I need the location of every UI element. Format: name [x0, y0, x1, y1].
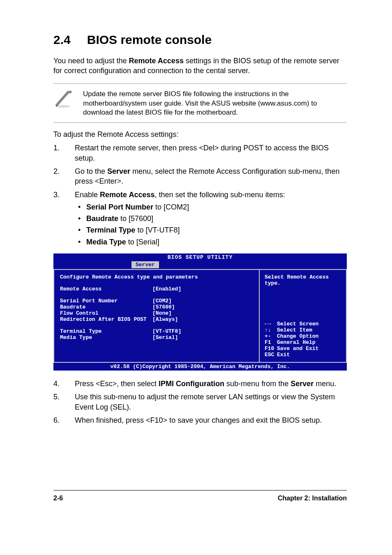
- intro-paragraph: You need to adjust the Remote Access set…: [53, 56, 347, 76]
- note-text: Update the remote server BIOS file follo…: [83, 89, 347, 118]
- bios-key-row: ←→Select Screen: [265, 321, 341, 327]
- t: General Help: [277, 339, 316, 345]
- bullet-item: Media Type to [Serial]: [75, 237, 347, 247]
- t: ESC: [265, 352, 277, 358]
- bios-row: Baudrate[57600]: [60, 304, 253, 310]
- note-callout: Update the remote server BIOS file follo…: [53, 83, 347, 123]
- note-icon: [53, 89, 73, 108]
- step-number: 1.: [53, 143, 75, 163]
- t: Remote Access: [100, 191, 154, 199]
- bios-left-pane: Configure Remote Access type and paramet…: [54, 270, 260, 362]
- t: Remote Access: [60, 286, 152, 292]
- bios-key-row: F10Save and Exit: [265, 345, 341, 352]
- bios-row: Remote Access[Enabled]: [60, 286, 253, 292]
- step-number: 2.: [53, 166, 75, 187]
- t: , then set the following sub-menu items:: [154, 191, 285, 199]
- bullet-item: Baudrate to [57600]: [75, 214, 347, 223]
- t: [57600]: [152, 304, 175, 310]
- bios-title: BIOS SETUP UTILITY: [53, 253, 347, 261]
- bios-right-pane: Select Remote Access type. ←→Select Scre…: [260, 270, 346, 362]
- bios-key-row: ↑↓Select Item: [265, 327, 341, 333]
- bios-heading: Configure Remote Access type and paramet…: [60, 274, 253, 280]
- step-item: 3. Enable Remote Access, then set the fo…: [53, 190, 347, 249]
- bios-row: Redirection After BIOS POST[Always]: [60, 316, 253, 322]
- t: IPMI Configuration: [159, 380, 224, 388]
- t: ←→: [265, 321, 277, 327]
- t: [Serial]: [152, 334, 178, 341]
- bios-group: Serial Port Number[COM2] Baudrate[57600]…: [60, 298, 253, 322]
- step-item: 2. Go to the Server menu, select the Rem…: [53, 166, 347, 187]
- bios-key-legend: ←→Select Screen ↑↓Select Item +-Change O…: [265, 321, 341, 358]
- t: Go to the: [75, 167, 107, 175]
- bios-group: Remote Access[Enabled]: [60, 286, 253, 292]
- t: Select Screen: [277, 321, 318, 327]
- bios-body: Configure Remote Access type and paramet…: [53, 269, 347, 363]
- bios-key-row: F1General Help: [265, 339, 341, 345]
- t: Terminal Type: [60, 328, 152, 334]
- step-body: Enable Remote Access, then set the follo…: [75, 190, 347, 249]
- t: sub-menu from the: [224, 380, 291, 388]
- t: Redirection After BIOS POST: [60, 316, 152, 322]
- bios-help: Select Remote Access type.: [265, 274, 341, 286]
- t: [None]: [152, 310, 172, 316]
- t: to [COM2]: [153, 203, 189, 211]
- bios-row: Terminal Type[VT-UTF8]: [60, 328, 253, 334]
- step-item: 6. When finished, press <F10> to save yo…: [53, 415, 347, 425]
- steps-list-1: 1. Restart the remote server, then press…: [53, 143, 347, 249]
- step-body: Go to the Server menu, select the Remote…: [75, 166, 347, 187]
- section-title-text: BIOS remote console: [87, 33, 212, 46]
- page-number: 2-6: [53, 495, 63, 502]
- page-footer: 2-6 Chapter 2: Installation: [53, 490, 347, 502]
- intro-a: You need to adjust the: [53, 57, 129, 65]
- section-number: 2.4: [53, 33, 71, 47]
- t: Enable: [75, 191, 100, 199]
- bios-tab-row: Server: [53, 261, 347, 269]
- t: Baudrate: [86, 214, 118, 223]
- t: Serial Port Number: [86, 203, 153, 211]
- t: Media Type: [60, 334, 152, 341]
- t: to [VT-UTF8]: [135, 226, 180, 234]
- section-heading: 2.4BIOS remote console: [53, 33, 347, 47]
- t: to [Serial]: [126, 238, 159, 246]
- t: Exit: [277, 352, 290, 358]
- t: [Always]: [152, 316, 178, 322]
- t: Serial Port Number: [60, 298, 152, 304]
- intro-bold: Remote Access: [129, 57, 184, 65]
- step-body: Press <Esc>, then select IPMI Configurat…: [75, 379, 347, 389]
- step-item: 4. Press <Esc>, then select IPMI Configu…: [53, 379, 347, 389]
- step-number: 5.: [53, 392, 75, 412]
- chapter-label: Chapter 2: Installation: [278, 495, 347, 502]
- t: Flow Control: [60, 310, 152, 316]
- bios-key-row: +-Change Option: [265, 333, 341, 339]
- bios-tab-server: Server: [131, 261, 159, 268]
- step-number: 4.: [53, 379, 75, 389]
- t: [Enabled]: [152, 286, 181, 292]
- t: Media Type: [86, 238, 126, 246]
- t: to [57600]: [118, 214, 153, 223]
- t: Baudrate: [60, 304, 152, 310]
- t: Server: [107, 167, 130, 175]
- step-body: When finished, press <F10> to save your …: [75, 415, 347, 425]
- t: +-: [265, 333, 277, 339]
- t: ↑↓: [265, 327, 277, 333]
- bios-row: Flow Control[None]: [60, 310, 253, 316]
- t: Terminal Type: [86, 226, 135, 234]
- bullet-item: Serial Port Number to [COM2]: [75, 202, 347, 212]
- step-item: 5. Use this sub-menu to adjust the remot…: [53, 392, 347, 412]
- t: Change Option: [277, 333, 318, 339]
- step-number: 3.: [53, 190, 75, 249]
- lead-text: To adjust the Remote Access settings:: [53, 130, 347, 139]
- bios-row: Media Type[Serial]: [60, 334, 253, 341]
- bios-row: Serial Port Number[COM2]: [60, 298, 253, 304]
- bios-key-row: ESCExit: [265, 352, 341, 358]
- t: menu.: [314, 380, 336, 388]
- t: [COM2]: [152, 298, 172, 304]
- bios-group: Terminal Type[VT-UTF8] Media Type[Serial…: [60, 328, 253, 341]
- svg-point-0: [56, 105, 70, 108]
- t: Save and Exit: [277, 345, 318, 352]
- step-number: 6.: [53, 415, 75, 425]
- bios-footer: v02.58 (C)Copyright 1985-2004, American …: [53, 363, 347, 371]
- step-item: 1. Restart the remote server, then press…: [53, 143, 347, 163]
- t: [VT-UTF8]: [152, 328, 181, 334]
- step-body: Use this sub-menu to adjust the remote s…: [75, 392, 347, 412]
